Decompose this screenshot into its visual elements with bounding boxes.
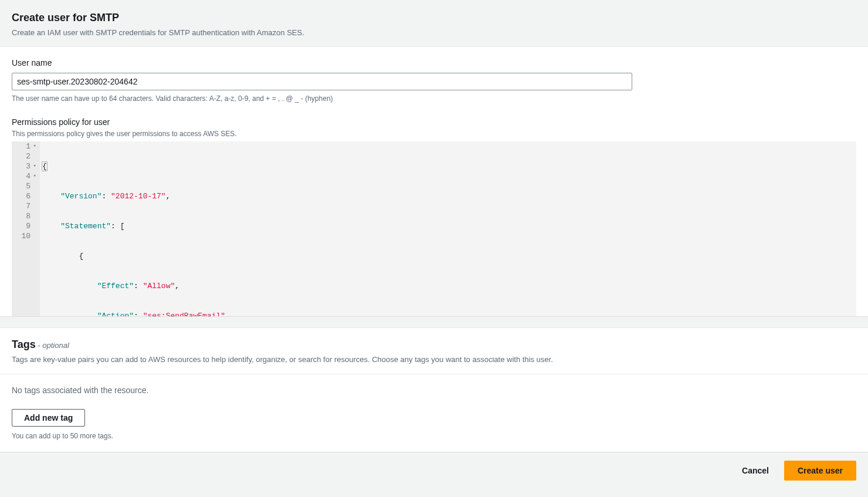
policy-label: Permissions policy for user bbox=[12, 117, 856, 129]
tags-empty-text: No tags associated with the resource. bbox=[12, 385, 856, 397]
tags-optional: - optional bbox=[36, 341, 69, 350]
editor-gutter: 1▾23▾4▾5678910 bbox=[12, 141, 40, 316]
page-header: Create user for SMTP Create an IAM user … bbox=[0, 0, 868, 47]
username-input[interactable] bbox=[12, 73, 632, 90]
add-tag-button[interactable]: Add new tag bbox=[12, 409, 85, 427]
footer-bar: Cancel Create user bbox=[0, 452, 868, 489]
editor-body[interactable]: { "Version": "2012-10-17", "Statement": … bbox=[40, 141, 230, 316]
section-divider bbox=[0, 316, 868, 328]
form-section: User name The user name can have up to 6… bbox=[0, 47, 868, 316]
policy-desc: This permissions policy gives the user p… bbox=[12, 129, 856, 139]
tags-body: No tags associated with the resource. Ad… bbox=[0, 374, 868, 452]
tags-title: Tags bbox=[12, 339, 36, 350]
policy-section: Permissions policy for user This permiss… bbox=[12, 117, 856, 316]
cancel-button[interactable]: Cancel bbox=[734, 461, 777, 481]
tags-desc: Tags are key-value pairs you can add to … bbox=[12, 354, 856, 365]
page-subtitle: Create an IAM user with SMTP credentials… bbox=[12, 28, 856, 38]
tags-header: Tags - optional Tags are key-value pairs… bbox=[0, 328, 868, 374]
create-user-button[interactable]: Create user bbox=[784, 461, 856, 481]
policy-editor[interactable]: 1▾23▾4▾5678910 { "Version": "2012-10-17"… bbox=[12, 141, 856, 316]
tags-section: Tags - optional Tags are key-value pairs… bbox=[0, 328, 868, 452]
username-label: User name bbox=[12, 58, 856, 69]
username-helper: The user name can have up to 64 characte… bbox=[12, 94, 856, 104]
page-title: Create user for SMTP bbox=[12, 11, 856, 25]
tags-limit-text: You can add up to 50 more tags. bbox=[12, 431, 856, 441]
